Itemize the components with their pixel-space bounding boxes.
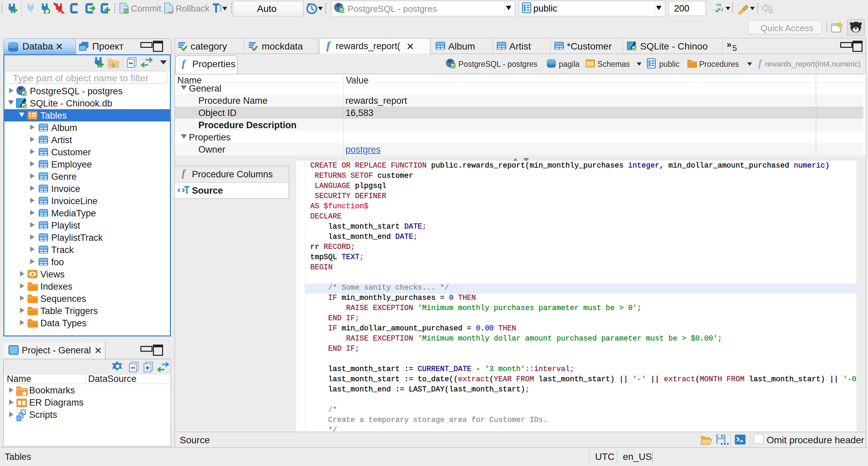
svg-text:f: f — [758, 58, 763, 69]
svg-text:f: f — [327, 40, 332, 52]
svg-text:f: f — [182, 58, 186, 69]
svg-text:f: f — [182, 168, 186, 179]
